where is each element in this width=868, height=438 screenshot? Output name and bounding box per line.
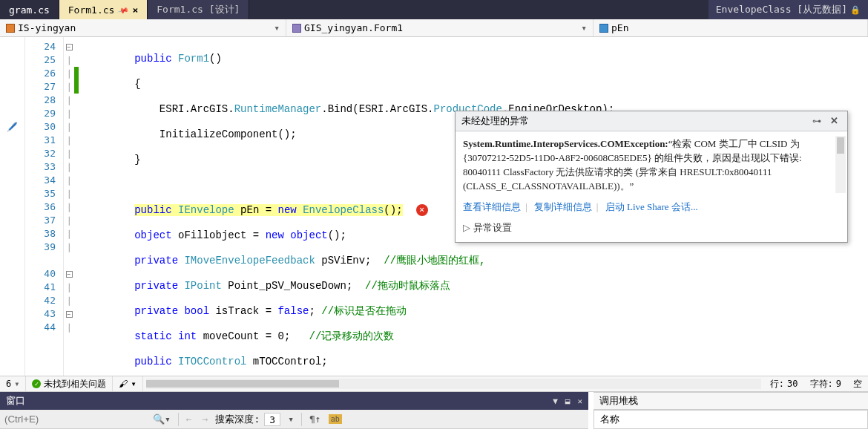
exception-links: 查看详细信息| 复制详细信息| 启动 Live Share 会话... — [456, 197, 847, 217]
dropper-icon: 🖊️ — [7, 122, 18, 132]
chevron-down-icon[interactable]: ▾ — [285, 414, 297, 425]
tab-bar: gram.cs Form1.cs 📌 × Form1.cs [设计] Envel… — [0, 0, 868, 19]
search-input[interactable] — [4, 412, 145, 427]
search-toolbar: 🔍▾ ← → 搜索深度: 3 ▾ ¶↑ ab — [0, 410, 588, 429]
exception-titlebar[interactable]: 未经处理的异常 ⊶ ✕ — [456, 111, 847, 131]
nav-bar: IS-yingyan▾ GIS_yingyan.Form1▾ pEn — [0, 19, 868, 37]
issues-status[interactable]: ✓未找到相关问题 — [26, 376, 113, 391]
tab-design[interactable]: Form1.cs [设计] — [148, 0, 249, 19]
nav-fwd-icon[interactable]: → — [200, 414, 211, 425]
chevron-down-icon[interactable]: ▾ — [14, 379, 19, 389]
tab-form1[interactable]: Form1.cs 📌 × — [59, 0, 148, 19]
tab-gram[interactable]: gram.cs — [0, 0, 59, 19]
liveshare-link[interactable]: 启动 Live Share 会话... — [605, 201, 698, 212]
tab-envelope[interactable]: EnvelopeClass [从元数据] 🔒 — [708, 0, 868, 19]
search-icon[interactable]: 🔍▾ — [150, 414, 174, 425]
namespace-icon — [6, 24, 15, 33]
error-icon[interactable]: ✕ — [416, 204, 428, 216]
pin-icon[interactable]: ⊶ — [812, 116, 821, 127]
depth-value[interactable]: 3 — [264, 413, 280, 426]
brush-button[interactable]: 🖌▾ — [113, 376, 142, 391]
tab-close-icon[interactable]: × — [132, 4, 138, 16]
window-panel-header[interactable]: 窗口 ▼ ⬓ ✕ — [0, 392, 588, 410]
triangle-icon: ▷ — [463, 222, 470, 233]
copy-details-link[interactable]: 复制详细信息 — [534, 201, 592, 212]
tool-icon-1[interactable]: ¶↑ — [306, 414, 324, 425]
chevron-down-icon: ▾ — [581, 22, 587, 33]
margin-marks: 🖊️ — [0, 37, 25, 386]
callstack-name-header: 名称 — [594, 410, 868, 429]
pin-icon[interactable]: 📌 — [117, 4, 129, 16]
exception-body: System.Runtime.InteropServices.COMExcept… — [456, 131, 847, 197]
nav-back-icon[interactable]: ← — [183, 414, 195, 425]
field-icon — [599, 24, 608, 33]
lock-icon: 🔒 — [850, 5, 861, 15]
view-details-link[interactable]: 查看详细信息 — [463, 201, 521, 212]
nav-class[interactable]: GIS_yingyan.Form1▾ — [286, 19, 594, 36]
check-icon: ✓ — [32, 379, 41, 388]
scrollbar[interactable] — [835, 136, 846, 193]
pin-icon[interactable]: ⬓ — [565, 396, 571, 406]
fold-column[interactable]: −│││││││││││││││−││−│ — [64, 37, 74, 386]
dropdown-icon[interactable]: ▼ — [553, 396, 558, 406]
exception-settings[interactable]: ▷异常设置 — [456, 217, 847, 242]
status-bar: 6 ▾ ✓未找到相关问题 🖌▾ 行: 30 字符: 9 空 — [0, 376, 868, 392]
nav-member[interactable]: pEn — [594, 19, 868, 36]
brush-icon: 🖌 — [119, 379, 128, 389]
close-icon[interactable]: ✕ — [577, 396, 582, 406]
close-icon[interactable]: ✕ — [827, 115, 841, 127]
line-numbers: 2425262728293031323334353637383940414243… — [25, 37, 64, 386]
exception-popup: 未经处理的异常 ⊶ ✕ System.Runtime.InteropServic… — [455, 111, 848, 243]
chevron-down-icon: ▾ — [274, 22, 280, 33]
tool-icon-2[interactable]: ab — [329, 414, 342, 424]
callstack-panel-header[interactable]: 调用堆栈 — [594, 392, 868, 410]
h-scrollbar[interactable] — [146, 379, 761, 389]
nav-namespace[interactable]: IS-yingyan▾ — [0, 19, 286, 36]
class-icon — [292, 24, 301, 33]
